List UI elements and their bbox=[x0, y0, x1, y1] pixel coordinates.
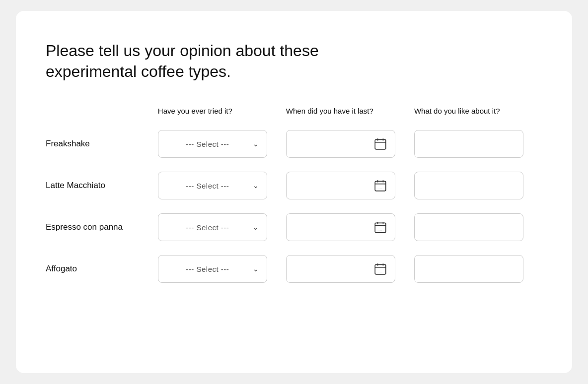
calendar-icon: · · · · · · bbox=[374, 179, 387, 192]
row-tried-cell-latte-macchiato: --- Select ---⌄ bbox=[158, 172, 286, 213]
calendar-icon: · · · · · · bbox=[374, 262, 387, 275]
select-text-affogato: --- Select --- bbox=[166, 265, 249, 273]
select-text-freakshake: --- Select --- bbox=[166, 140, 249, 148]
date-picker-affogato[interactable]: · · · · · · bbox=[286, 255, 395, 283]
select-text-espresso-con-panna: --- Select --- bbox=[166, 223, 249, 232]
row-tried-cell-affogato: --- Select ---⌄ bbox=[158, 255, 286, 297]
text-input-like-freakshake[interactable] bbox=[414, 130, 523, 158]
row-label-espresso-con-panna: Espresso con panna bbox=[46, 213, 158, 255]
text-input-like-affogato[interactable] bbox=[414, 255, 523, 283]
header-when-col: When did you have it last? bbox=[286, 106, 414, 130]
header-tried-col: Have you ever tried it? bbox=[158, 106, 286, 130]
row-like-cell-espresso-con-panna bbox=[414, 213, 542, 255]
table-header-row: Have you ever tried it? When did you hav… bbox=[46, 106, 542, 130]
survey-card: Please tell us your opinion about these … bbox=[16, 11, 572, 373]
date-picker-espresso-con-panna[interactable]: · · · · · · bbox=[286, 213, 395, 241]
table-row: Latte Macchiato--- Select ---⌄· · · · · … bbox=[46, 172, 542, 213]
select-tried-affogato[interactable]: --- Select ---⌄ bbox=[158, 255, 267, 283]
date-picker-freakshake[interactable]: · · · · · · bbox=[286, 130, 395, 158]
survey-table: Have you ever tried it? When did you hav… bbox=[46, 106, 542, 297]
row-tried-cell-freakshake: --- Select ---⌄ bbox=[158, 130, 286, 172]
page-title: Please tell us your opinion about these … bbox=[46, 41, 364, 82]
row-when-cell-freakshake: · · · · · · bbox=[286, 130, 414, 172]
table-row: Freakshake--- Select ---⌄· · · · · · bbox=[46, 130, 542, 172]
row-like-cell-affogato bbox=[414, 255, 542, 297]
date-picker-latte-macchiato[interactable]: · · · · · · bbox=[286, 172, 395, 199]
row-label-affogato: Affogato bbox=[46, 255, 158, 297]
select-text-latte-macchiato: --- Select --- bbox=[166, 182, 249, 190]
svg-text:· · ·
· · ·: · · · · · · bbox=[376, 146, 383, 148]
row-like-cell-latte-macchiato bbox=[414, 172, 542, 213]
header-like-col: What do you like about it? bbox=[414, 106, 542, 130]
row-when-cell-latte-macchiato: · · · · · · bbox=[286, 172, 414, 213]
table-row: Affogato--- Select ---⌄· · · · · · bbox=[46, 255, 542, 297]
row-tried-cell-espresso-con-panna: --- Select ---⌄ bbox=[158, 213, 286, 255]
table-row: Espresso con panna--- Select ---⌄· · · ·… bbox=[46, 213, 542, 255]
text-input-like-latte-macchiato[interactable] bbox=[414, 172, 523, 199]
row-label-latte-macchiato: Latte Macchiato bbox=[46, 172, 158, 213]
header-label-col bbox=[46, 106, 158, 130]
row-when-cell-espresso-con-panna: · · · · · · bbox=[286, 213, 414, 255]
chevron-down-icon-espresso-con-panna: ⌄ bbox=[253, 223, 259, 231]
calendar-icon: · · · · · · bbox=[374, 137, 387, 150]
row-like-cell-freakshake bbox=[414, 130, 542, 172]
text-input-like-espresso-con-panna[interactable] bbox=[414, 213, 523, 241]
svg-text:· · ·
· · ·: · · · · · · bbox=[376, 188, 383, 190]
row-label-freakshake: Freakshake bbox=[46, 130, 158, 172]
select-tried-freakshake[interactable]: --- Select ---⌄ bbox=[158, 130, 267, 158]
svg-text:· · ·
· · ·: · · · · · · bbox=[376, 271, 383, 273]
chevron-down-icon-freakshake: ⌄ bbox=[253, 140, 259, 148]
chevron-down-icon-affogato: ⌄ bbox=[253, 265, 259, 273]
svg-text:· · ·
· · ·: · · · · · · bbox=[376, 229, 383, 232]
select-tried-espresso-con-panna[interactable]: --- Select ---⌄ bbox=[158, 213, 267, 241]
select-tried-latte-macchiato[interactable]: --- Select ---⌄ bbox=[158, 172, 267, 199]
row-when-cell-affogato: · · · · · · bbox=[286, 255, 414, 297]
calendar-icon: · · · · · · bbox=[374, 221, 387, 234]
chevron-down-icon-latte-macchiato: ⌄ bbox=[253, 182, 259, 190]
